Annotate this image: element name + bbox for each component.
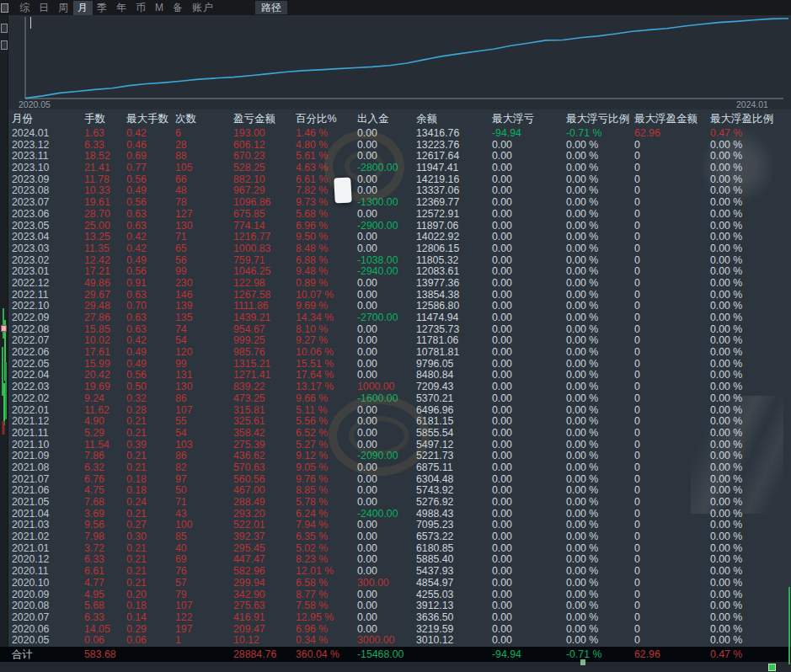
menu-item-0[interactable]: 综 xyxy=(15,1,35,15)
window-corner-icon[interactable] xyxy=(1,3,8,13)
cell-max-float-profit: 0 xyxy=(631,335,706,347)
menu-item-6[interactable]: 币 xyxy=(131,1,151,15)
table-row[interactable]: 2020.104.770.2157299.946.58 %300.004854.… xyxy=(0,578,791,589)
cell-profit-pct: 4.63 % xyxy=(296,163,357,174)
cell-lots: 10.02 xyxy=(84,335,126,347)
cell-max-float-profit-pct: 0.00 % xyxy=(706,301,791,312)
cell-profit: 209.47 xyxy=(233,624,296,636)
cell-max-float-loss: 0.00 xyxy=(492,290,566,301)
table-row[interactable]: 2022.0617.610.49120985.7610.06 %0.001078… xyxy=(0,347,791,359)
cell-max-float-loss-pct: -0.71 % xyxy=(566,128,631,140)
table-row[interactable]: 2022.0815.850.6374954.678.10 %0.0012735.… xyxy=(0,324,791,336)
cell-cash-flow: 0.00 xyxy=(357,497,416,509)
cell-max-lots: 0.21 xyxy=(126,566,175,578)
table-row[interactable]: 2023.0212.420.4956759.716.88 %-1038.0011… xyxy=(0,255,791,267)
table-row[interactable]: 2021.013.720.2140295.455.02 %0.006180.85… xyxy=(0,543,791,555)
menu-item-7[interactable]: M xyxy=(151,1,168,15)
cell-trade-count: 56 xyxy=(175,255,233,267)
table-row[interactable]: 2024.011.630.426193.001.46 %0.0013416.76… xyxy=(0,128,791,140)
table-row[interactable]: 2021.115.290.2154358.426.52 %0.005855.54… xyxy=(0,428,791,440)
table-row[interactable]: 2023.0911.780.5666882.106.61 %0.0014219.… xyxy=(0,174,791,186)
cell-balance: 6304.48 xyxy=(416,474,492,486)
table-row[interactable]: 2023.0413.250.42711216.779.50 %0.0014022… xyxy=(0,232,791,243)
table-row[interactable]: 2020.076.330.14122416.9112.95 %0.003636.… xyxy=(0,612,791,624)
table-row[interactable]: 2021.027.980.3085392.376.35 %0.006573.22… xyxy=(0,531,791,543)
cell-month: 2021.03 xyxy=(12,520,84,531)
cell-balance: 13854.38 xyxy=(416,290,492,301)
table-row[interactable]: 2023.1021.410.77105528.254.63 %-2800.001… xyxy=(0,163,791,174)
strip-button-icon[interactable] xyxy=(1,24,8,33)
table-row[interactable]: 2023.0117.210.56991046.259.48 %-2940.001… xyxy=(0,266,791,278)
table-row[interactable]: 2022.1029.480.701391111.869.69 %0.001258… xyxy=(0,301,791,312)
cell-trade-count: 100 xyxy=(175,520,233,531)
menu-item-2[interactable]: 周 xyxy=(54,1,73,15)
bottom-scrollbar[interactable] xyxy=(0,662,791,672)
table-row[interactable]: 2021.124.900.2155325.615.56 %0.006181.15… xyxy=(0,416,791,428)
cell-month: 2020.11 xyxy=(12,566,84,578)
table-row[interactable]: 2023.0810.330.4948967.297.82 %0.0013337.… xyxy=(0,185,791,197)
table-row[interactable]: 2022.0319.690.50130839.2213.17 %1000.007… xyxy=(0,381,791,393)
cell-max-float-profit-pct: 0.00 % xyxy=(706,509,791,520)
table-row[interactable]: 2021.043.690.2143293.206.24 %-2400.00498… xyxy=(0,509,791,520)
table-row[interactable]: 2022.029.240.3286473.259.66 %-1600.00537… xyxy=(0,393,791,405)
table-row[interactable]: 2023.1118.520.6988670.235.61 %0.0012617.… xyxy=(0,151,791,163)
table-row[interactable]: 2020.085.680.18107275.637.58 %0.003912.1… xyxy=(0,600,791,612)
cell-month: 2020.12 xyxy=(12,554,84,566)
path-button[interactable]: 路径 xyxy=(255,1,287,14)
table-row[interactable]: 2021.097.860.2186436.629.12 %-2090.00522… xyxy=(0,451,791,462)
cell-lots: 29.48 xyxy=(84,301,126,312)
table-row[interactable]: 2020.094.950.2079342.908.77 %0.004255.03… xyxy=(0,589,791,601)
cell-trade-count: 107 xyxy=(175,600,233,612)
menu-item-3[interactable]: 月 xyxy=(73,1,93,15)
table-row[interactable]: 2023.0525.000.63130774.146.96 %-2900.001… xyxy=(0,221,791,232)
table-row[interactable]: 2022.0420.420.561311271.4117.64 %0.00848… xyxy=(0,370,791,381)
table-row[interactable]: 2021.076.760.1897560.569.76 %0.006304.48… xyxy=(0,474,791,486)
cell-trade-count: 54 xyxy=(175,335,233,347)
menu-item-1[interactable]: 日 xyxy=(35,1,54,15)
table-row[interactable]: 2021.064.750.1850467.008.85 %0.005743.92… xyxy=(0,485,791,497)
table-row[interactable]: 2022.1129.670.631461267.5810.07 %0.00138… xyxy=(0,290,791,301)
cell-lots: 5.29 xyxy=(84,428,126,440)
table-row[interactable]: 2020.0614.050.29197209.476.96 %0.003219.… xyxy=(0,624,791,636)
table-row[interactable]: 2022.1249.860.91230122.980.89 %0.0013977… xyxy=(0,278,791,290)
table-row[interactable]: 2021.086.320.2182570.639.05 %0.006875.11… xyxy=(0,462,791,474)
total-cash-flow: -15468.00 xyxy=(357,647,416,662)
cell-lots: 3.72 xyxy=(84,543,126,555)
table-row[interactable]: 2020.116.610.2176582.9612.01 %0.005437.9… xyxy=(0,566,791,578)
tray-icon[interactable] xyxy=(768,664,776,671)
cell-max-lots: 0.21 xyxy=(126,428,175,440)
cell-max-lots: 0.63 xyxy=(126,290,175,301)
cell-month: 2022.04 xyxy=(12,370,84,381)
cell-max-float-loss-pct: 0.00 % xyxy=(566,381,631,393)
table-row[interactable]: 2022.0927.860.631351439.2114.34 %-2700.0… xyxy=(0,312,791,324)
table-row[interactable]: 2021.039.560.27100522.017.94 %0.007095.2… xyxy=(0,520,791,531)
table-row[interactable]: 2022.0111.620.28107315.815.11 %0.006496.… xyxy=(0,405,791,417)
table-row[interactable]: 2023.0311.350.42651000.838.48 %0.0012806… xyxy=(0,243,791,255)
table-row[interactable]: 2020.126.330.2169447.478.23 %0.005885.40… xyxy=(0,554,791,566)
table-row[interactable]: 2021.1011.540.39103275.395.27 %0.005497.… xyxy=(0,440,791,451)
cell-cash-flow: -1300.00 xyxy=(357,197,416,209)
table-row[interactable]: 2022.0515.990.49991315.2115.51 %0.009796… xyxy=(0,359,791,371)
table-row[interactable]: 2023.0628.700.63127675.855.68 %0.0012572… xyxy=(0,209,791,221)
cell-lots: 4.75 xyxy=(84,485,126,497)
cell-max-float-profit: 0 xyxy=(631,600,706,612)
menu-item-4[interactable]: 季 xyxy=(93,1,112,15)
table-row[interactable]: 2023.0719.610.56781096.869.73 %-1300.001… xyxy=(0,197,791,209)
column-header-7: 余额 xyxy=(416,111,492,127)
column-header-8: 最大浮亏 xyxy=(492,111,566,127)
table-row[interactable]: 2021.057.680.2471288.495.78 %0.005276.92… xyxy=(0,497,791,509)
table-row[interactable]: 2023.126.330.4628606.124.80 %0.0013223.7… xyxy=(0,140,791,152)
cell-lots: 5.68 xyxy=(84,600,126,612)
table-row[interactable]: 2020.050.060.06110.120.34 %3000.003010.1… xyxy=(0,635,791,647)
cell-cash-flow: -1038.00 xyxy=(357,255,416,267)
cell-max-float-profit-pct: 0.47 % xyxy=(706,128,791,140)
menu-item-8[interactable]: 备 xyxy=(168,1,188,15)
menu-item-5[interactable]: 年 xyxy=(112,1,131,15)
table-row[interactable]: 2022.0710.020.4254999.259.27 %0.0011781.… xyxy=(0,335,791,347)
strip-button-icon[interactable] xyxy=(1,40,8,50)
cell-max-float-profit-pct: 0.00 % xyxy=(706,278,791,290)
cell-profit-pct: 0.34 % xyxy=(296,635,357,647)
cell-profit-pct: 0.89 % xyxy=(296,278,357,290)
menu-item-9[interactable]: 账户 xyxy=(188,1,218,15)
cell-cash-flow: 300.00 xyxy=(357,578,416,589)
